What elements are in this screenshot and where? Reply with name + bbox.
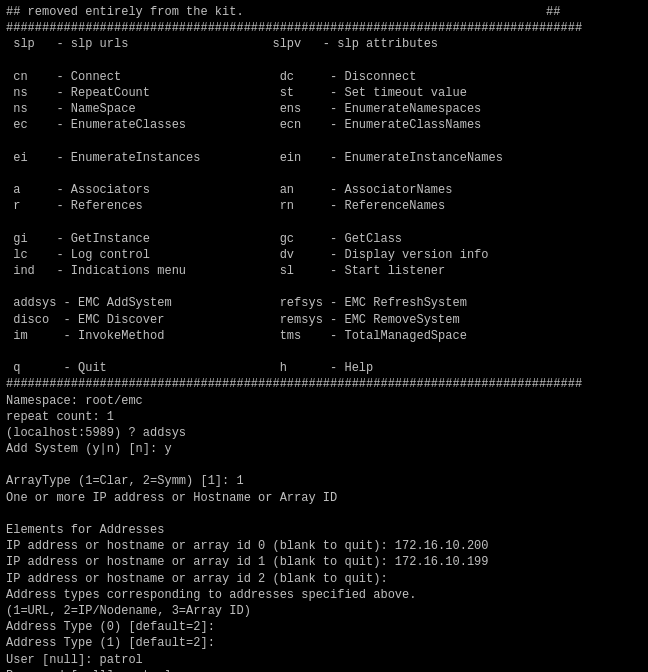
terminal-output: ## removed entirely from the kit. ## ###… [6, 4, 642, 672]
